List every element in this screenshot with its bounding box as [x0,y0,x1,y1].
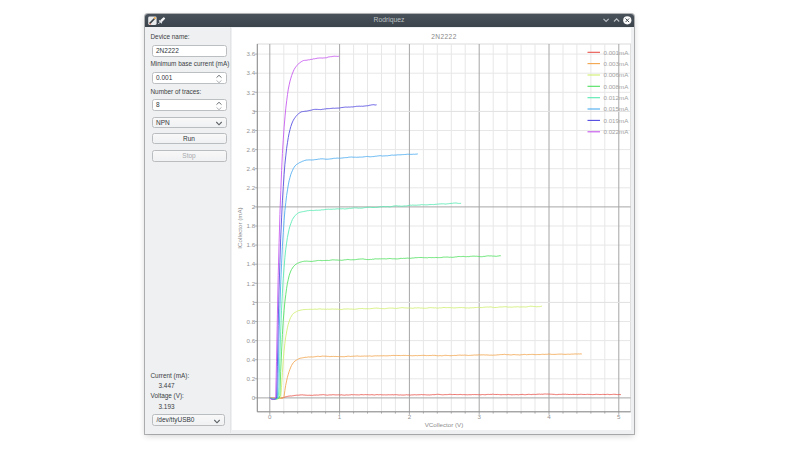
svg-text:4: 4 [547,413,551,420]
svg-text:VCollector (V): VCollector (V) [425,421,464,428]
svg-text:0: 0 [268,413,272,420]
svg-text:0.003mA: 0.003mA [604,59,630,66]
svg-text:2.6: 2.6 [246,145,255,152]
svg-text:1.6: 1.6 [246,241,255,248]
svg-text:3: 3 [252,107,256,114]
svg-text:5: 5 [617,413,621,420]
svg-text:0.019mA: 0.019mA [604,116,630,123]
svg-text:2.4: 2.4 [246,164,255,171]
svg-text:2.8: 2.8 [246,126,255,133]
svg-text:0.8: 0.8 [246,317,255,324]
svg-text:3.4: 3.4 [246,69,255,76]
svg-text:2: 2 [408,413,412,420]
svg-text:0.6: 0.6 [246,336,255,343]
svg-text:0.022mA: 0.022mA [604,128,630,135]
svg-text:2N2222: 2N2222 [431,33,457,40]
svg-text:ICollector (mA): ICollector (mA) [236,207,243,248]
svg-text:0.012mA: 0.012mA [604,94,630,101]
svg-text:0.2: 0.2 [246,375,255,382]
svg-text:3: 3 [477,413,481,420]
svg-text:3.2: 3.2 [246,88,255,95]
svg-text:1: 1 [252,298,256,305]
svg-text:0.4: 0.4 [246,355,255,362]
svg-text:1.8: 1.8 [246,222,255,229]
svg-text:2.2: 2.2 [246,184,255,191]
svg-text:1.2: 1.2 [246,279,255,286]
svg-text:0: 0 [252,394,256,401]
svg-text:2: 2 [252,203,256,210]
svg-text:0.001mA: 0.001mA [604,48,630,55]
svg-text:0.008mA: 0.008mA [604,82,630,89]
svg-text:0.006mA: 0.006mA [604,71,630,78]
svg-text:1.4: 1.4 [246,260,255,267]
svg-text:3.6: 3.6 [246,50,255,57]
svg-text:0.015mA: 0.015mA [604,105,630,112]
svg-text:1: 1 [338,413,342,420]
